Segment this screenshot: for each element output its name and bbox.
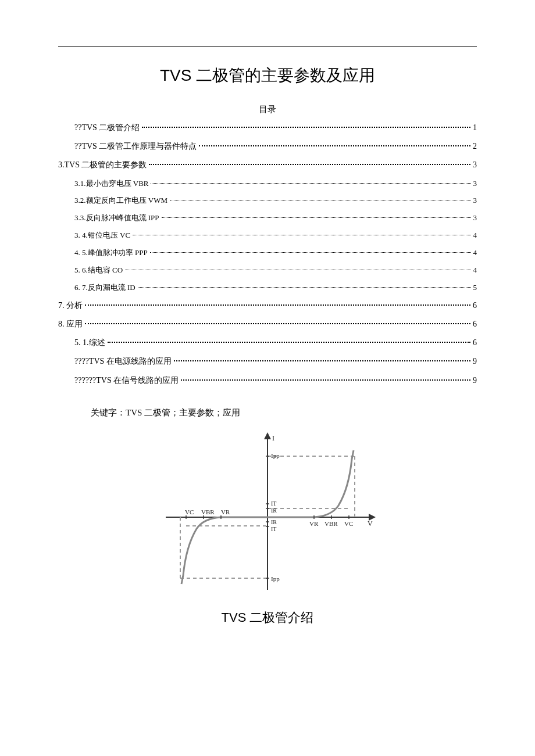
horizontal-rule <box>58 46 477 47</box>
toc-entry-label: 6. 7.反向漏电流 ID <box>74 279 135 296</box>
toc-entry-label: 7. 分析 <box>58 296 83 315</box>
toc-leader-dots <box>170 200 471 200</box>
toc-entry-page: 6 <box>473 315 477 334</box>
axis-label-i: I <box>272 434 274 442</box>
toc-entry-page: 4 <box>473 227 477 244</box>
svg-text:IT: IT <box>271 500 276 507</box>
svg-text:VR: VR <box>221 508 230 515</box>
toc-leader-dots <box>142 127 470 128</box>
toc-leader-dots <box>85 323 470 324</box>
toc-entry: 5. 1.综述6 <box>58 334 477 352</box>
toc-leader-dots <box>138 287 471 288</box>
toc-entry: ??TVS 二极管工作原理与器件特点2 <box>58 137 477 156</box>
toc-entry-label: 8. 应用 <box>58 315 83 334</box>
toc-entry-page: 2 <box>473 137 477 156</box>
toc-entry-label: ??????TVS 在信号线路的应用 <box>74 371 179 390</box>
svg-text:VC: VC <box>344 520 353 527</box>
toc-entry-page: 1 <box>473 119 477 137</box>
toc-leader-dots <box>151 183 470 184</box>
toc-entry: 7. 分析6 <box>58 296 477 315</box>
toc-entry: 3.TVS 二极管的主要参数3 <box>58 156 477 174</box>
toc-entry-page: 3 <box>473 192 477 209</box>
toc-leader-dots <box>108 342 471 343</box>
table-of-contents: ??TVS 二极管介绍1??TVS 二极管工作原理与器件特点23.TVS 二极管… <box>58 119 477 390</box>
toc-entry-page: 9 <box>473 371 477 390</box>
toc-entry: 5. 6.结电容 CO4 <box>58 261 477 279</box>
svg-text:Ipp: Ipp <box>271 452 280 459</box>
toc-entry-label: 3.2.额定反向工作电压 VWM <box>74 192 167 209</box>
toc-entry-page: 4 <box>473 244 477 261</box>
toc-entry-page: 4 <box>473 261 477 279</box>
toc-entry-page: 3 <box>473 209 477 227</box>
toc-leader-dots <box>85 304 470 306</box>
toc-leader-dots <box>199 145 470 146</box>
toc-entry: 3.1.最小击穿电压 VBR3 <box>58 175 477 192</box>
toc-entry-page: 3 <box>473 175 477 192</box>
toc-entry-page: 6 <box>473 296 477 315</box>
toc-entry-label: 5. 6.结电容 CO <box>74 261 123 279</box>
axis-label-v: V <box>368 519 373 528</box>
toc-entry-label: ??TVS 二极管介绍 <box>74 119 140 137</box>
toc-entry-label: 3.3.反向脉冲峰值电流 IPP <box>74 209 159 227</box>
toc-entry: ??????TVS 在信号线路的应用9 <box>58 371 477 390</box>
section-heading-intro: TVS 二极管介绍 <box>58 609 477 626</box>
toc-entry: ??TVS 二极管介绍1 <box>58 119 477 137</box>
toc-leader-dots <box>133 235 470 235</box>
svg-text:IR: IR <box>271 519 277 525</box>
svg-text:IR: IR <box>271 507 277 514</box>
toc-entry: 3. 4.钳位电压 VC4 <box>58 227 477 244</box>
toc-entry-label: 4. 5.峰值脉冲功率 PPP <box>74 244 148 261</box>
toc-entry-label: 3.TVS 二极管的主要参数 <box>58 156 147 174</box>
toc-entry: 3.2.额定反向工作电压 VWM3 <box>58 192 477 209</box>
toc-entry: 3.3.反向脉冲峰值电流 IPP3 <box>58 209 477 227</box>
svg-text:VR: VR <box>309 520 319 527</box>
toc-leader-dots <box>181 379 470 381</box>
toc-caption: 目录 <box>58 104 477 115</box>
toc-entry: 4. 5.峰值脉冲功率 PPP4 <box>58 244 477 261</box>
toc-entry: 8. 应用6 <box>58 315 477 334</box>
toc-entry: 6. 7.反向漏电流 ID5 <box>58 279 477 296</box>
toc-entry-label: 3. 4.钳位电压 VC <box>74 227 130 244</box>
toc-leader-dots <box>150 252 471 253</box>
toc-entry-page: 6 <box>473 334 477 352</box>
svg-text:VBR: VBR <box>324 520 338 527</box>
iv-curve-diagram: I V Ipp Ipp IT IR IR IT VR VBR VC VC VBR… <box>58 430 477 599</box>
toc-entry-label: 3.1.最小击穿电压 VBR <box>74 175 148 192</box>
toc-leader-dots <box>125 270 470 270</box>
toc-entry-page: 9 <box>473 352 477 371</box>
toc-entry-label: ??TVS 二极管工作原理与器件特点 <box>74 137 197 156</box>
keywords-line: 关键字：TVS 二极管；主要参数；应用 <box>91 407 477 418</box>
svg-text:VC: VC <box>185 508 194 515</box>
toc-leader-dots <box>162 217 471 218</box>
page-title: TVS 二极管的主要参数及应用 <box>58 65 477 87</box>
toc-leader-dots <box>174 360 470 361</box>
svg-text:VBR: VBR <box>201 508 215 515</box>
svg-text:IT: IT <box>271 526 276 532</box>
toc-entry-page: 3 <box>473 156 477 174</box>
toc-entry-label: 5. 1.综述 <box>74 334 105 352</box>
svg-text:Ipp: Ipp <box>271 575 280 582</box>
toc-leader-dots <box>149 164 470 165</box>
toc-entry-label: ????TVS 在电源线路的应用 <box>74 352 172 371</box>
toc-entry-page: 5 <box>473 279 477 296</box>
toc-entry: ????TVS 在电源线路的应用9 <box>58 352 477 371</box>
